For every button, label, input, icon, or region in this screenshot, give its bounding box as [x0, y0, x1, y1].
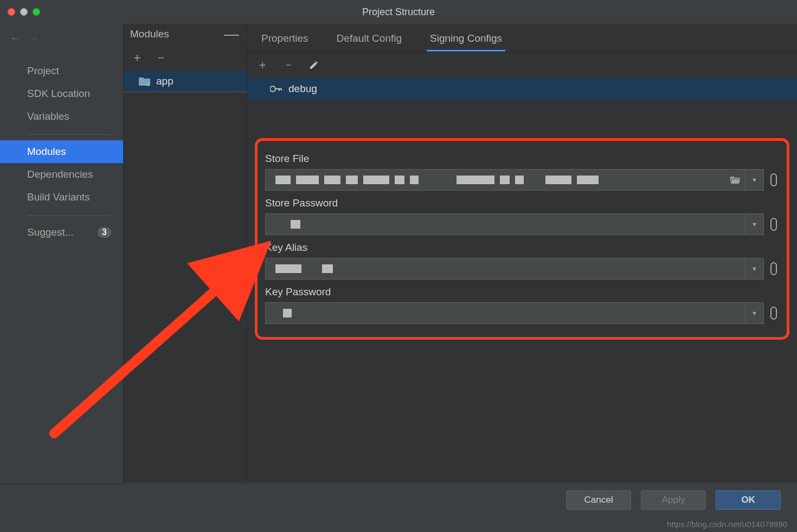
- chevron-down-icon[interactable]: ▼: [745, 258, 763, 279]
- module-folder-icon: [139, 76, 151, 86]
- cancel-button[interactable]: Cancel: [566, 490, 631, 510]
- module-item-label: app: [156, 75, 173, 87]
- store-password-label: Store Password: [265, 197, 777, 209]
- sidebar-item-label: Project: [27, 65, 59, 77]
- config-item-label: debug: [288, 83, 317, 95]
- tab-properties[interactable]: Properties: [258, 27, 312, 51]
- svg-point-0: [146, 83, 150, 86]
- ok-button-label: OK: [741, 495, 755, 505]
- key-alias-field[interactable]: ▼: [265, 258, 764, 280]
- variable-indicator-icon[interactable]: [770, 218, 777, 231]
- key-alias-label: Key Alias: [265, 242, 777, 254]
- sidebar-item-project[interactable]: Project: [0, 60, 123, 82]
- ok-button[interactable]: OK: [716, 490, 781, 510]
- variable-indicator-icon[interactable]: [770, 307, 777, 320]
- sidebar-item-suggestions[interactable]: Suggest... 3: [0, 221, 123, 244]
- store-file-label: Store File: [265, 153, 777, 165]
- key-password-redacted-value: [275, 309, 292, 317]
- dialog-footer: Cancel Apply OK: [0, 483, 797, 516]
- tab-signing-configs[interactable]: Signing Configs: [427, 27, 505, 51]
- chevron-down-icon[interactable]: ▼: [745, 214, 763, 235]
- back-arrow-icon[interactable]: ←: [10, 31, 22, 46]
- module-item-app[interactable]: app: [124, 71, 247, 92]
- variable-indicator-icon[interactable]: [770, 262, 777, 275]
- key-alias-redacted-value: [275, 264, 333, 273]
- remove-config-icon[interactable]: －: [283, 57, 294, 72]
- tab-label: Default Config: [337, 33, 402, 44]
- sidebar-item-dependencies[interactable]: Dependencies: [0, 163, 123, 186]
- titlebar: Project Structure: [0, 0, 797, 24]
- suggestions-badge: 3: [98, 227, 111, 238]
- key-icon: [270, 85, 282, 93]
- store-file-redacted-value: [275, 176, 599, 184]
- sidebar-divider: [27, 134, 110, 135]
- highlight-annotation: Store File: [255, 138, 789, 340]
- sidebar-item-label: Dependencies: [27, 168, 93, 180]
- apply-button-label: Apply: [662, 495, 685, 505]
- sidebar-item-build-variants[interactable]: Build Variants: [0, 186, 123, 209]
- store-password-field[interactable]: ▼: [265, 213, 764, 235]
- chevron-down-icon[interactable]: ▼: [745, 303, 763, 323]
- add-module-icon[interactable]: ＋: [131, 49, 143, 66]
- modules-panel-title: Modules: [130, 28, 169, 40]
- edit-config-icon[interactable]: [309, 60, 319, 70]
- tab-default-config[interactable]: Default Config: [333, 27, 405, 51]
- tab-label: Signing Configs: [430, 33, 502, 44]
- window-title: Project Structure: [0, 7, 797, 18]
- sidebar-item-label: Variables: [27, 111, 69, 122]
- chevron-down-icon[interactable]: ▼: [745, 170, 763, 190]
- store-password-redacted-value: [275, 220, 300, 229]
- main-panel: Properties Default Config Signing Config…: [247, 24, 797, 482]
- sidebar-item-sdk-location[interactable]: SDK Location: [0, 82, 123, 105]
- forward-arrow-icon[interactable]: →: [27, 31, 39, 46]
- modules-panel: Modules — ＋ － app: [124, 24, 247, 482]
- remove-module-icon[interactable]: －: [155, 49, 167, 66]
- apply-button[interactable]: Apply: [641, 490, 706, 510]
- key-password-label: Key Password: [265, 286, 777, 298]
- sidebar-item-label: Build Variants: [27, 191, 90, 203]
- sidebar-item-modules[interactable]: Modules: [0, 140, 123, 163]
- tab-label: Properties: [261, 33, 308, 44]
- open-folder-icon[interactable]: [725, 176, 741, 184]
- sidebar-divider: [27, 215, 110, 216]
- variable-indicator-icon[interactable]: [770, 173, 777, 186]
- collapse-icon[interactable]: —: [224, 31, 239, 37]
- add-config-icon[interactable]: ＋: [257, 57, 268, 72]
- store-file-field[interactable]: ▼: [265, 169, 764, 191]
- cancel-button-label: Cancel: [584, 495, 613, 505]
- sidebar-item-label: Suggest...: [27, 226, 74, 238]
- svg-point-1: [270, 86, 275, 92]
- sidebar-item-variables[interactable]: Variables: [0, 105, 123, 128]
- config-item-debug[interactable]: debug: [247, 77, 797, 100]
- sidebar: ← → Project SDK Location Variables Modul…: [0, 24, 124, 482]
- sidebar-item-label: Modules: [27, 146, 66, 158]
- watermark: https://blog.csdn.net/u014078990: [667, 520, 787, 529]
- sidebar-item-label: SDK Location: [27, 88, 90, 100]
- key-password-field[interactable]: ▼: [265, 302, 764, 324]
